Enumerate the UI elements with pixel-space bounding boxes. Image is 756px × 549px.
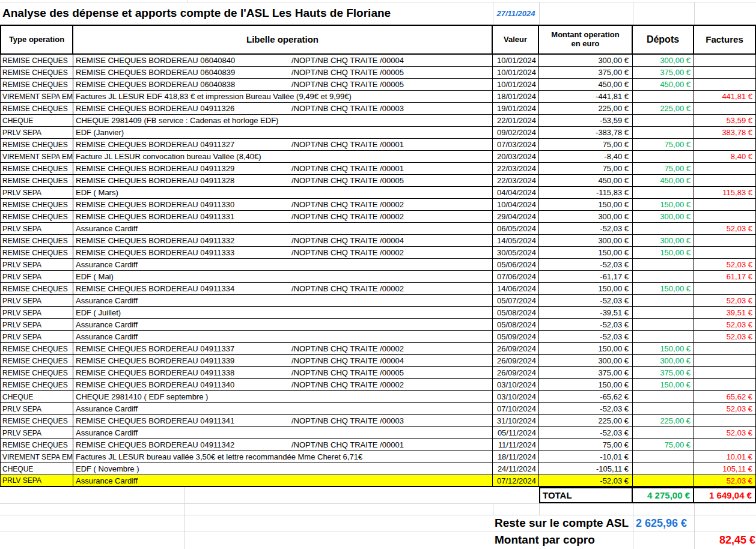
cell-depots: 300,00 € bbox=[633, 355, 694, 366]
cell-factures bbox=[694, 235, 756, 246]
cell-libelle-operation: REMISE CHEQUES BORDEREAU 04911339 /NOPT/… bbox=[73, 355, 493, 366]
total-label: TOTAL bbox=[540, 488, 633, 502]
cell-montant: 300,00 € bbox=[539, 55, 633, 66]
table-row: CHEQUE EDF ( Novembre ) 24/11/2024 -105,… bbox=[1, 463, 756, 475]
libelle-ref-text: /NOPT/NB CHQ TRAITE /00002 bbox=[291, 247, 404, 258]
table-row: REMISE CHEQUES REMISE CHEQUES BORDEREAU … bbox=[1, 139, 756, 151]
cell-type-operation: VIREMENT SEPA EM bbox=[1, 91, 73, 102]
libelle-ref-text: /NOPT/NB CHQ TRAITE /00004 bbox=[291, 235, 404, 246]
cell-libelle-operation: REMISE CHEQUES BORDEREAU 04911337 /NOPT/… bbox=[73, 343, 493, 354]
cell-depots: 150,00 € bbox=[633, 343, 694, 354]
libelle-text: CHEQUE 2981410 ( EDF septembre ) bbox=[76, 392, 208, 401]
cell-type-operation: REMISE CHEQUES bbox=[1, 355, 73, 366]
cell-valeur: 05/06/2024 bbox=[493, 259, 539, 270]
cell-factures: 52,03 € bbox=[694, 427, 756, 438]
table-row: PRLV SEPA Assurance Cardiff 06/05/2024 -… bbox=[1, 223, 756, 235]
cell-type-operation: REMISE CHEQUES bbox=[1, 139, 73, 150]
cell-type-operation: REMISE CHEQUES bbox=[1, 343, 73, 354]
cell-valeur: 22/03/2024 bbox=[493, 163, 539, 174]
cell-type-operation: REMISE CHEQUES bbox=[1, 79, 73, 90]
libelle-ref-text: /NOPT/NB CHQ TRAITE /00003 bbox=[291, 415, 404, 426]
table-row: PRLV SEPA EDF ( Mars) 04/04/2024 -115,83… bbox=[1, 187, 756, 199]
cell-factures bbox=[694, 199, 756, 210]
cell-depots bbox=[633, 319, 694, 330]
cell-depots: 450,00 € bbox=[633, 79, 694, 90]
cell-montant: 75,00 € bbox=[539, 163, 633, 174]
table-row: PRLV SEPA EDF ( Juillet) 05/08/2024 -39,… bbox=[1, 307, 756, 319]
table-row: VIREMENT SEPA EM Factures JL LESUR burea… bbox=[1, 451, 756, 463]
cell-depots bbox=[633, 307, 694, 318]
cell-factures bbox=[694, 139, 756, 150]
cell-libelle-operation: CHEQUE 2981409 (FB service : Cadenas et … bbox=[73, 115, 493, 126]
cell-libelle-operation: REMISE CHEQUES BORDEREAU 04911328 /NOPT/… bbox=[73, 175, 493, 186]
cell-depots bbox=[633, 223, 694, 234]
table-row: REMISE CHEQUES REMISE CHEQUES BORDEREAU … bbox=[1, 211, 756, 223]
libelle-ref-text: /NOPT/NB CHQ TRAITE /00001 bbox=[291, 163, 404, 174]
cell-montant: 300,00 € bbox=[539, 211, 633, 222]
cell-depots: 150,00 € bbox=[633, 283, 694, 294]
cell-montant: -53,59 € bbox=[539, 115, 633, 126]
cell-factures bbox=[694, 103, 756, 114]
cell-libelle-operation: REMISE CHEQUES BORDEREAU 04911334 /NOPT/… bbox=[73, 283, 493, 294]
cell-factures bbox=[694, 211, 756, 222]
libelle-ref-text: /NOPT/NB CHQ TRAITE /00005 bbox=[291, 367, 404, 378]
cell-depots: 75,00 € bbox=[633, 139, 694, 150]
gridline bbox=[184, 487, 184, 549]
table-row: PRLV SEPA Assurance Cardiff 05/11/2024 -… bbox=[1, 427, 756, 439]
table-row: REMISE CHEQUES REMISE CHEQUES BORDEREAU … bbox=[1, 67, 756, 79]
cell-montant: 375,00 € bbox=[539, 367, 633, 378]
gridline bbox=[633, 2, 633, 25]
cell-type-operation: PRLV SEPA bbox=[1, 295, 73, 306]
cell-type-operation: CHEQUE bbox=[1, 391, 73, 402]
cell-valeur: 05/11/2024 bbox=[493, 427, 539, 438]
table-row: CHEQUE CHEQUE 2981409 (FB service : Cade… bbox=[1, 115, 756, 127]
libelle-text: REMISE CHEQUES BORDEREAU 06040839 bbox=[76, 68, 235, 77]
table-header-row: Type operation Libelle operation Valeur … bbox=[0, 25, 756, 55]
gridline bbox=[493, 503, 493, 515]
cell-depots bbox=[633, 187, 694, 198]
table-row: PRLV SEPA Assurance Cardiff 05/08/2024 -… bbox=[1, 319, 756, 331]
cell-type-operation: PRLV SEPA bbox=[1, 187, 73, 198]
cell-libelle-operation: REMISE CHEQUES BORDEREAU 04911340 /NOPT/… bbox=[73, 379, 493, 390]
cell-type-operation: REMISE CHEQUES bbox=[1, 439, 73, 450]
table-row: REMISE CHEQUES REMISE CHEQUES BORDEREAU … bbox=[1, 55, 756, 67]
cell-montant: -61,17 € bbox=[539, 271, 633, 282]
cell-montant: 450,00 € bbox=[539, 79, 633, 90]
cell-montant: 150,00 € bbox=[539, 247, 633, 258]
cell-libelle-operation: Assurance Cardiff bbox=[73, 331, 493, 342]
cell-depots bbox=[633, 127, 694, 138]
cell-depots: 375,00 € bbox=[633, 67, 694, 78]
cell-depots: 300,00 € bbox=[633, 55, 694, 66]
cell-libelle-operation: Assurance Cardiff bbox=[73, 475, 493, 486]
libelle-text: Factures JL LESUR bureau vallée 3,50€ et… bbox=[76, 452, 362, 461]
libelle-text: EDF (Janvier) bbox=[76, 128, 124, 137]
libelle-text: REMISE CHEQUES BORDEREAU 04911332 bbox=[76, 236, 234, 245]
libelle-text: Assurance Cardiff bbox=[76, 476, 138, 485]
cell-type-operation: PRLV SEPA bbox=[1, 223, 73, 234]
cell-factures: 52,03 € bbox=[694, 223, 756, 234]
cell-type-operation: PRLV SEPA bbox=[1, 307, 73, 318]
libelle-text: REMISE CHEQUES BORDEREAU 04911326 bbox=[76, 104, 234, 113]
table-row: CHEQUE CHEQUE 2981410 ( EDF septembre ) … bbox=[1, 391, 756, 403]
cell-valeur: 10/01/2024 bbox=[493, 79, 539, 90]
cell-type-operation: PRLV SEPA bbox=[1, 331, 73, 342]
libelle-ref-text: /NOPT/NB CHQ TRAITE /00005 bbox=[291, 175, 404, 186]
libelle-ref-text: /NOPT/NB CHQ TRAITE /00005 bbox=[291, 67, 404, 78]
cell-factures: 8,40 € bbox=[694, 151, 756, 162]
cell-libelle-operation: REMISE CHEQUES BORDEREAU 04911338 /NOPT/… bbox=[73, 367, 493, 378]
spreadsheet-page: Analyse des dépense et apports compte de… bbox=[0, 0, 756, 549]
libelle-text: REMISE CHEQUES BORDEREAU 04911334 bbox=[76, 284, 234, 293]
cell-type-operation: PRLV SEPA bbox=[1, 271, 73, 282]
cell-libelle-operation: Assurance Cardiff bbox=[73, 295, 493, 306]
cell-libelle-operation: EDF ( Mai) bbox=[73, 271, 493, 282]
cell-depots bbox=[633, 91, 694, 102]
reste-compte-value: 2 625,96 € bbox=[633, 515, 697, 532]
table-row: REMISE CHEQUES REMISE CHEQUES BORDEREAU … bbox=[1, 415, 756, 427]
libelle-ref-text: /NOPT/NB CHQ TRAITE /00002 bbox=[291, 199, 404, 210]
table-row: REMISE CHEQUES REMISE CHEQUES BORDEREAU … bbox=[1, 439, 756, 451]
libelle-text: Assurance Cardiff bbox=[76, 260, 138, 269]
libelle-text: CHEQUE 2981409 (FB service : Cadenas et … bbox=[76, 116, 278, 125]
cell-type-operation: PRLV SEPA bbox=[1, 127, 73, 138]
table-row: REMISE CHEQUES REMISE CHEQUES BORDEREAU … bbox=[1, 283, 756, 295]
cell-valeur: 05/08/2024 bbox=[493, 307, 539, 318]
